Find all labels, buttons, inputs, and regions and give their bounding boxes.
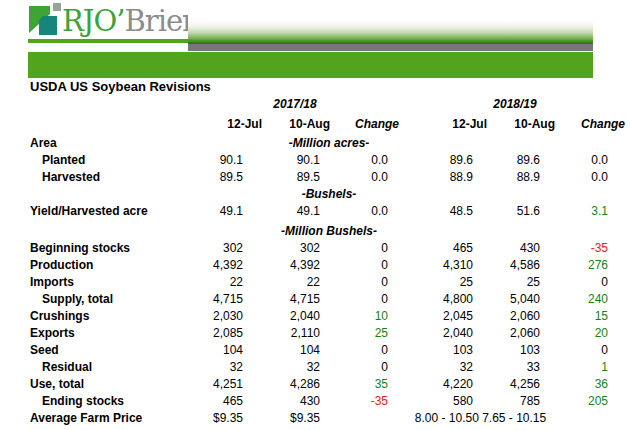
value-cell: 2,060 — [490, 308, 558, 325]
value-cell: 88.9 — [402, 169, 490, 186]
value-cell: 20 — [558, 325, 628, 342]
value-cell: 0 — [558, 342, 628, 359]
soybean-revisions-table: 2017/18 2018/19 12-Jul 10-Aug Change 12-… — [30, 96, 628, 427]
header-green-bar — [28, 52, 593, 78]
value-cell: 0 — [558, 274, 628, 291]
table-row: Imports2222025250 — [30, 274, 628, 291]
value-cell: 2,045 — [402, 308, 490, 325]
table-row: Crushings2,0302,040102,0452,06015 — [30, 308, 628, 325]
value-cell: 785 — [490, 393, 558, 410]
unit-label: -Million Bushels- — [30, 223, 628, 240]
table-body: Area-Million acres-Planted90.190.10.089.… — [30, 135, 628, 427]
value-cell: 0.0 — [333, 203, 402, 220]
table-row: -Bushels- — [30, 186, 628, 203]
row-label: Seed — [30, 342, 188, 359]
value-cell: 2,040 — [402, 325, 490, 342]
table-row: Seed10410401031030 — [30, 342, 628, 359]
table-row: Beginning stocks3023020465430-35 — [30, 240, 628, 257]
value-cell: 22 — [265, 274, 333, 291]
value-cell: 276 — [558, 257, 628, 274]
value-cell: 25 — [490, 274, 558, 291]
value-cell: 4,586 — [490, 257, 558, 274]
value-cell: 103 — [490, 342, 558, 359]
row-label: Yield/Harvested acre — [30, 203, 188, 220]
year-group-2017-18: 2017/18 — [188, 96, 402, 113]
value-cell: 3.1 — [558, 203, 628, 220]
value-cell: 0 — [333, 359, 402, 376]
col-header-jul-2017: 12-Jul — [188, 116, 265, 133]
value-cell: 89.6 — [490, 152, 558, 169]
row-label: Harvested — [30, 169, 188, 186]
value-cell: 0 — [333, 274, 402, 291]
row-label: Beginning stocks — [30, 240, 188, 257]
value-cell: 4,220 — [402, 376, 490, 393]
table-row: Residual3232032331 — [30, 359, 628, 376]
row-label: Exports — [30, 325, 188, 342]
row-label: Area — [30, 135, 188, 152]
table-row: Area-Million acres- — [30, 135, 628, 152]
value-cell: 580 — [402, 393, 490, 410]
value-cell: 32 — [402, 359, 490, 376]
logo-text-rjo: RJO’ — [62, 4, 124, 38]
value-cell: 25 — [333, 325, 402, 342]
value-cell: 89.6 — [402, 152, 490, 169]
row-label: Imports — [30, 274, 188, 291]
value-cell: 0 — [333, 257, 402, 274]
value-cell: 0.0 — [333, 152, 402, 169]
table-row: Production4,3924,39204,3104,586276 — [30, 257, 628, 274]
value-cell: 4,310 — [402, 257, 490, 274]
col-header-change-2017: Change — [333, 116, 402, 133]
value-cell: 4,286 — [265, 376, 333, 393]
logo-underline — [28, 39, 188, 43]
value-cell: 302 — [265, 240, 333, 257]
col-header-jul-2018: 12-Jul — [402, 116, 490, 133]
value-cell: $9.35 — [188, 410, 265, 427]
value-cell: 0 — [333, 291, 402, 308]
price-range-jul: 8.00 - 10.50 — [415, 411, 479, 425]
value-cell: 0.0 — [558, 152, 628, 169]
value-cell: -35 — [558, 240, 628, 257]
row-label: Supply, total — [30, 291, 188, 308]
value-cell: 22 — [188, 274, 265, 291]
col-header-aug-2017: 10-Aug — [265, 116, 333, 133]
value-cell: 89.5 — [188, 169, 265, 186]
value-cell: 465 — [402, 240, 490, 257]
value-cell: 2,040 — [265, 308, 333, 325]
table-row: Supply, total4,7154,71504,8005,040240 — [30, 291, 628, 308]
value-cell: 2,060 — [490, 325, 558, 342]
table-row: Harvested89.589.50.088.988.90.0 — [30, 169, 628, 186]
value-cell: 104 — [188, 342, 265, 359]
value-cell: 430 — [490, 240, 558, 257]
header-gray-bar — [188, 44, 593, 51]
value-cell: 302 — [188, 240, 265, 257]
row-label: Crushings — [30, 308, 188, 325]
value-cell: 103 — [402, 342, 490, 359]
table-row: Use, total4,2514,286354,2204,25636 — [30, 376, 628, 393]
value-cell: 32 — [188, 359, 265, 376]
value-cell: 205 — [558, 393, 628, 410]
value-cell: 465 — [188, 393, 265, 410]
value-cell: 2,110 — [265, 325, 333, 342]
value-cell: 33 — [490, 359, 558, 376]
row-label: Use, total — [30, 376, 188, 393]
value-cell: 4,800 — [402, 291, 490, 308]
value-cell: 0 — [333, 342, 402, 359]
value-cell: 5,040 — [490, 291, 558, 308]
unit-label: -Bushels- — [30, 186, 628, 203]
table-row: Planted90.190.10.089.689.60.0 — [30, 152, 628, 169]
row-label: Average Farm Price — [30, 410, 188, 427]
row-label: Ending stocks — [30, 393, 188, 410]
column-header-row: 12-Jul 10-Aug Change 12-Jul 10-Aug Chang… — [30, 116, 628, 133]
table-row: Exports2,0852,110252,0402,06020 — [30, 325, 628, 342]
value-cell: 49.1 — [265, 203, 333, 220]
value-cell: 25 — [402, 274, 490, 291]
col-header-aug-2018: 10-Aug — [490, 116, 558, 133]
row-label: Production — [30, 257, 188, 274]
value-cell: 4,251 — [188, 376, 265, 393]
spacer-cell — [30, 96, 188, 113]
table-row: -Million Bushels- — [30, 223, 628, 240]
price-range-aug: 7.65 - 10.15 — [482, 411, 546, 425]
row-label: Planted — [30, 152, 188, 169]
value-cell: 4,392 — [265, 257, 333, 274]
value-cell: 0.0 — [333, 169, 402, 186]
